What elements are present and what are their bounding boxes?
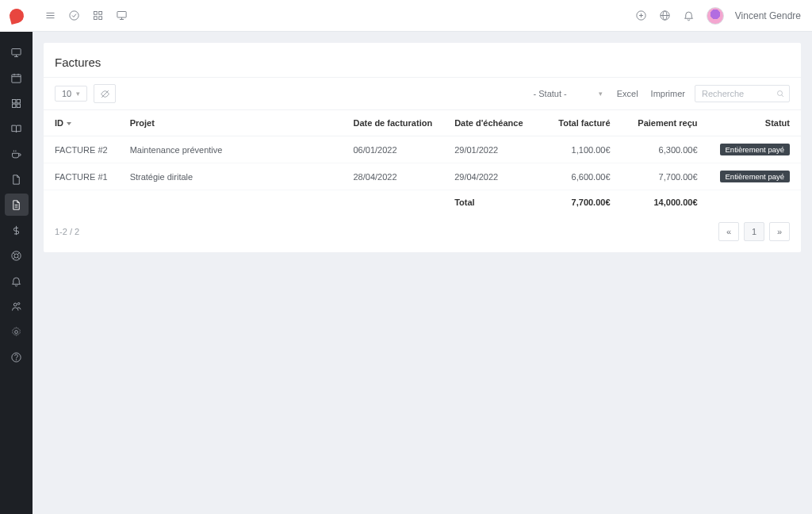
sidebar [0,0,33,514]
invoices-table: ID Projet Date de facturation Date d'éch… [44,110,801,214]
svg-point-24 [15,330,18,333]
avatar[interactable] [707,7,724,25]
export-excel-button[interactable]: Excel [614,86,642,101]
svg-point-17 [14,254,18,258]
svg-line-20 [13,257,15,259]
nav-lifebuoy-icon[interactable] [5,244,29,267]
nav-monitor-icon[interactable] [5,41,29,63]
nav-coffee-icon[interactable] [5,143,29,165]
svg-rect-32 [98,12,102,15]
check-circle-icon[interactable] [67,10,80,22]
footer-label: Total [443,190,534,215]
print-button[interactable]: Imprimer [648,86,688,101]
svg-line-19 [17,252,20,255]
col-date-eche[interactable]: Date d'échéance [443,110,534,136]
pagination-range: 1-2 / 2 [55,227,79,236]
svg-point-23 [17,302,20,305]
page-next-button[interactable]: » [769,222,790,241]
status-badge: Entièrement payé [720,171,790,182]
svg-rect-8 [17,99,20,102]
col-date-fact[interactable]: Date de facturation [343,110,444,136]
status-filter-select[interactable]: - Statut - ▾ [529,86,607,101]
user-name[interactable]: Vincent Gendre [735,10,801,21]
toolbar: 10 ▾ - Statut - ▾ Excel Imprimer [44,78,801,110]
svg-rect-0 [12,48,21,55]
svg-rect-7 [13,99,16,102]
nav-file-icon[interactable] [5,168,29,190]
cell-total: 6,600.00€ [534,163,622,190]
page-number-button[interactable]: 1 [744,222,764,241]
screen-icon[interactable] [115,10,128,22]
nav-gear-icon[interactable] [5,320,29,343]
chevron-down-icon: ▾ [599,90,603,98]
globe-icon[interactable] [659,10,672,22]
cell-paiement: 7,700.00€ [622,163,709,190]
col-statut[interactable]: Statut [709,110,801,136]
nav-invoice-icon[interactable] [5,194,29,216]
cell-date-fact: 06/01/2022 [343,136,444,163]
cell-projet: Stratégie diritale [119,163,343,190]
cell-date-eche: 29/04/2022 [443,163,534,190]
page-size-select[interactable]: 10 ▾ [55,86,87,102]
svg-rect-10 [17,104,20,107]
svg-line-46 [782,95,784,98]
svg-point-26 [16,359,17,360]
svg-line-44 [102,90,109,98]
visibility-toggle-icon[interactable] [94,84,116,103]
plus-circle-icon[interactable] [635,10,648,22]
svg-rect-33 [94,17,97,20]
svg-rect-34 [98,17,102,20]
col-projet[interactable]: Projet [119,110,343,136]
svg-line-21 [17,257,20,259]
col-total[interactable]: Total facturé [534,110,622,136]
cell-paiement: 6,300.00€ [622,136,709,163]
cell-projet: Maintenance préventive [119,136,343,163]
chevron-down-icon: ▾ [76,90,80,98]
svg-line-18 [13,252,15,255]
pagination: « 1 » [718,222,790,241]
cell-date-fact: 28/04/2022 [343,163,444,190]
status-filter-label: - Statut - [534,89,567,98]
app-logo [7,7,25,25]
footer-total: 7,700.00€ [534,190,622,215]
svg-rect-3 [12,75,21,82]
svg-rect-31 [94,12,97,15]
svg-rect-35 [117,12,125,18]
nav-users-icon[interactable] [5,295,29,317]
apps-icon[interactable] [91,10,104,22]
status-badge: Entièrement payé [720,144,790,155]
svg-point-30 [69,11,78,20]
footer-paiement: 14,000.00€ [622,190,709,215]
nav-bell-icon[interactable] [5,270,29,292]
search-icon [776,89,785,101]
page-prev-button[interactable]: « [718,222,739,241]
table-row[interactable]: FACTURE #1 Stratégie diritale 28/04/2022… [44,163,801,190]
logo-wrap [0,0,33,32]
topbar: Vincent Gendre [33,0,812,32]
page-size-value: 10 [62,89,71,98]
page-title: Factures [55,56,790,69]
menu-icon[interactable] [44,10,56,22]
nav-grid-icon[interactable] [5,92,29,114]
cell-date-eche: 29/01/2022 [443,136,534,163]
nav-help-icon[interactable] [5,346,29,368]
cell-statut: Entièrement payé [709,163,801,190]
col-paiement[interactable]: Paiement reçu [622,110,709,136]
invoices-card: Factures 10 ▾ - Statut - ▾ Excel [44,43,801,252]
nav-dollar-icon[interactable] [5,219,29,241]
svg-rect-9 [13,104,16,107]
cell-statut: Entièrement payé [709,136,801,163]
svg-point-22 [13,303,17,306]
cell-total: 1,100.00€ [534,136,622,163]
cell-id: FACTURE #2 [44,136,119,163]
col-id[interactable]: ID [44,110,119,136]
bell-icon[interactable] [683,10,695,22]
table-row[interactable]: FACTURE #2 Maintenance préventive 06/01/… [44,136,801,163]
nav-book-icon[interactable] [5,117,29,140]
cell-id: FACTURE #1 [44,163,119,190]
nav-calendar-icon[interactable] [5,67,29,89]
